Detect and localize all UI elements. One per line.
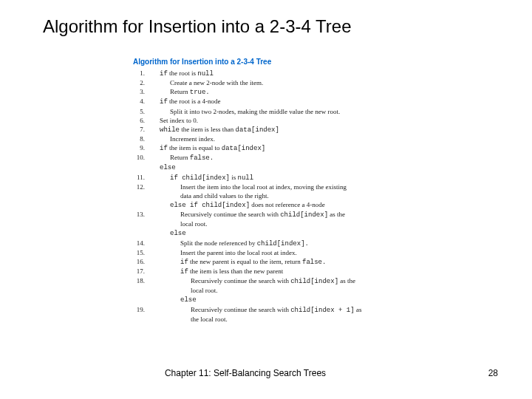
algorithm-line: 13.Recursively continue the search with …	[133, 210, 532, 219]
algorithm-heading: Algorithm for Insertion into a 2-3-4 Tre…	[133, 58, 532, 66]
algorithm-body: 1.if the root is null2.Create a new 2-no…	[133, 69, 532, 324]
algorithm-line: 10.Return false.	[133, 153, 532, 163]
algorithm-line: 14.Split the node referenced by child[in…	[133, 239, 532, 248]
algorithm-line: 17.if the item is less than the new pare…	[133, 267, 532, 276]
algorithm-line: else	[133, 295, 532, 304]
algorithm-line: 4.if the root is a 4-node	[133, 97, 532, 106]
slide-title: Algorithm for Insertion into a 2-3-4 Tre…	[43, 16, 532, 37]
algorithm-line: 2.Create a new 2-node with the item.	[133, 78, 532, 87]
algorithm-line: 9.if the item is equal to data[index]	[133, 143, 532, 153]
algorithm-line: data and child values to the right.	[133, 191, 532, 200]
algorithm-line: 5.Split it into two 2-nodes, making the …	[133, 107, 532, 116]
footer-chapter: Chapter 11: Self-Balancing Search Trees	[165, 368, 326, 378]
algorithm-line: local root.	[133, 286, 532, 295]
algorithm-line: 15.Insert the parent into the local root…	[133, 248, 532, 257]
algorithm-line: 11.if child[index] is null	[133, 173, 532, 183]
algorithm-line: 3.Return true.	[133, 87, 532, 97]
slide-footer: Chapter 11: Self-Balancing Search Trees …	[0, 368, 532, 378]
algorithm-line: else if child[index] does not reference …	[133, 200, 532, 210]
footer-page-number: 28	[488, 368, 498, 378]
algorithm-line: 18.Recursively continue the search with …	[133, 276, 532, 286]
algorithm-line: else	[133, 163, 532, 172]
algorithm-line: 1.if the root is null	[133, 69, 532, 78]
algorithm-line: else	[133, 228, 532, 238]
algorithm-line: 12.Insert the item into the local root a…	[133, 183, 532, 191]
algorithm-line: 19.Recursively continue the search with …	[133, 305, 532, 315]
algorithm-line: 6.Set index to 0.	[133, 116, 532, 125]
algorithm-line: 8.Increment index.	[133, 134, 532, 143]
algorithm-line: 16.if the new parent is equal to the ite…	[133, 257, 532, 267]
algorithm-line: the local root.	[133, 315, 532, 324]
algorithm-line: local root.	[133, 219, 532, 228]
algorithm-line: 7.while the item is less than data[index…	[133, 125, 532, 134]
